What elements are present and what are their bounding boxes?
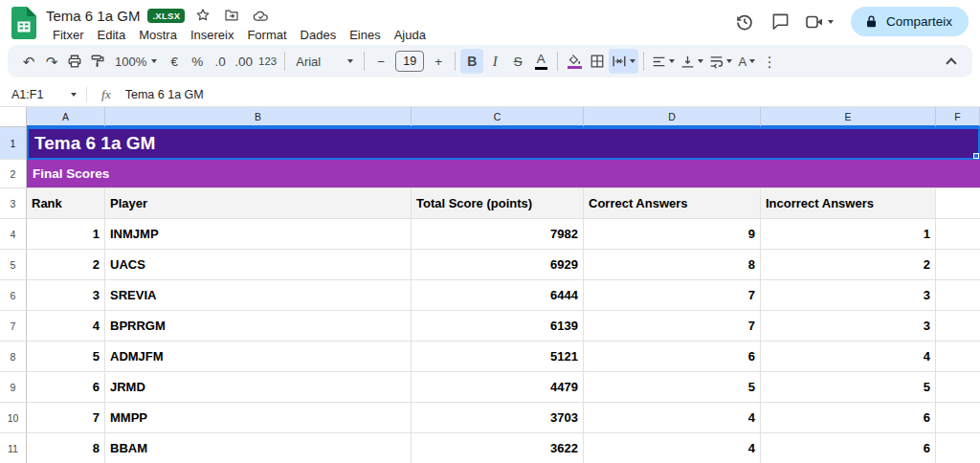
rank-cell[interactable]: 6 xyxy=(27,372,105,403)
fill-handle[interactable] xyxy=(973,153,979,159)
menu-dades[interactable]: Dades xyxy=(294,27,344,43)
total-cell[interactable]: 6444 xyxy=(412,280,584,311)
player-cell[interactable]: INMJMP xyxy=(105,219,412,250)
paint-format-button[interactable] xyxy=(86,49,109,74)
rank-cell[interactable]: 2 xyxy=(27,250,105,280)
empty-cell[interactable] xyxy=(936,433,980,463)
player-cell[interactable]: ADMJFM xyxy=(105,342,412,372)
incorrect-cell[interactable]: 2 xyxy=(761,250,936,280)
decrease-decimal-button[interactable]: .0 xyxy=(209,49,232,74)
text-wrap-select[interactable] xyxy=(706,49,735,74)
section-merged-cell[interactable]: Final Scores xyxy=(27,160,980,188)
strikethrough-button[interactable]: S xyxy=(506,49,529,74)
undo-button[interactable]: ↶ xyxy=(17,49,40,74)
merge-cells-button[interactable] xyxy=(609,49,638,74)
row-header-10[interactable]: 10 xyxy=(0,403,27,433)
incorrect-cell[interactable]: 5 xyxy=(761,372,936,403)
total-cell[interactable]: 3622 xyxy=(412,433,584,463)
zoom-select[interactable]: 100% xyxy=(109,49,163,74)
menu-fitxer[interactable]: Fitxer xyxy=(46,27,91,43)
number-format-button[interactable]: 123 xyxy=(256,49,279,74)
column-header-d[interactable]: D xyxy=(584,107,761,127)
row-header-7[interactable]: 7 xyxy=(0,311,27,342)
empty-cell[interactable] xyxy=(936,250,980,280)
row-header-4[interactable]: 4 xyxy=(0,219,27,250)
vertical-align-select[interactable] xyxy=(678,49,706,74)
empty-cell[interactable] xyxy=(936,188,980,219)
redo-button[interactable]: ↷ xyxy=(40,49,63,74)
row-header-6[interactable]: 6 xyxy=(0,280,27,311)
correct-cell[interactable]: 4 xyxy=(584,403,761,433)
empty-cell[interactable] xyxy=(936,311,980,342)
player-cell[interactable]: BBAM xyxy=(105,433,412,463)
document-title[interactable]: Tema 6 1a GM xyxy=(46,8,140,24)
correct-cell[interactable]: 8 xyxy=(584,250,761,280)
star-button[interactable] xyxy=(192,5,213,26)
correct-cell[interactable]: 6 xyxy=(584,342,761,372)
rank-cell[interactable]: 5 xyxy=(27,342,105,372)
header-cell-correct[interactable]: Correct Answers xyxy=(584,188,761,219)
row-header-2[interactable]: 2 xyxy=(0,160,27,188)
total-cell[interactable]: 4479 xyxy=(412,372,584,403)
column-header-b[interactable]: B xyxy=(105,107,412,127)
column-header-e[interactable]: E xyxy=(761,107,936,127)
bold-button[interactable]: B xyxy=(460,49,483,74)
menu-ajuda[interactable]: Ajuda xyxy=(388,27,433,43)
italic-button[interactable]: I xyxy=(483,49,506,74)
empty-cell[interactable] xyxy=(936,280,980,311)
menu-mostra[interactable]: Mostra xyxy=(132,27,184,43)
empty-cell[interactable] xyxy=(936,403,980,433)
rank-cell[interactable]: 7 xyxy=(27,403,105,433)
row-header-11[interactable]: 11 xyxy=(0,433,27,463)
empty-cell[interactable] xyxy=(936,342,980,372)
incorrect-cell[interactable]: 4 xyxy=(761,342,936,372)
decrease-font-size-button[interactable]: − xyxy=(369,49,392,74)
row-header-3[interactable]: 3 xyxy=(0,188,27,219)
rank-cell[interactable]: 3 xyxy=(27,280,105,311)
empty-cell[interactable] xyxy=(936,372,980,403)
formula-input[interactable]: Tema 6 1a GM xyxy=(125,88,204,101)
column-header-f[interactable]: F xyxy=(936,107,980,127)
row-header-9[interactable]: 9 xyxy=(0,372,27,403)
header-cell-rank[interactable]: Rank xyxy=(27,188,105,219)
increase-font-size-button[interactable]: + xyxy=(427,49,450,74)
comments-button[interactable] xyxy=(767,8,795,36)
correct-cell[interactable]: 7 xyxy=(584,280,761,311)
save-status-button[interactable] xyxy=(250,5,271,26)
empty-cell[interactable] xyxy=(936,219,980,250)
correct-cell[interactable]: 5 xyxy=(584,372,761,403)
menu-edita[interactable]: Edita xyxy=(91,27,133,43)
share-button[interactable]: Comparteix xyxy=(851,7,969,36)
total-cell[interactable]: 7982 xyxy=(412,219,584,250)
font-size-input[interactable]: 19 xyxy=(395,51,424,72)
collapse-toolbar-button[interactable] xyxy=(940,49,963,74)
player-cell[interactable]: JRMD xyxy=(105,372,412,403)
total-cell[interactable]: 3703 xyxy=(412,403,584,433)
fill-color-button[interactable] xyxy=(563,49,586,74)
move-folder-button[interactable] xyxy=(221,5,242,26)
percent-format-button[interactable]: % xyxy=(186,49,209,74)
column-header-c[interactable]: C xyxy=(412,107,584,127)
rank-cell[interactable]: 1 xyxy=(27,219,105,250)
incorrect-cell[interactable]: 3 xyxy=(761,280,936,311)
menu-insereix[interactable]: Insereix xyxy=(184,27,241,43)
row-header-1[interactable]: 1 xyxy=(0,127,27,160)
select-all-corner[interactable] xyxy=(0,107,27,127)
font-family-select[interactable]: Arial xyxy=(290,49,359,74)
menu-format[interactable]: Format xyxy=(240,27,293,43)
row-header-8[interactable]: 8 xyxy=(0,342,27,372)
row-header-5[interactable]: 5 xyxy=(0,250,27,280)
incorrect-cell[interactable]: 6 xyxy=(761,433,936,463)
sheets-logo-icon[interactable] xyxy=(11,7,36,39)
correct-cell[interactable]: 4 xyxy=(584,433,761,463)
print-button[interactable] xyxy=(63,49,86,74)
correct-cell[interactable]: 7 xyxy=(584,311,761,342)
rank-cell[interactable]: 4 xyxy=(27,311,105,342)
column-header-a[interactable]: A xyxy=(27,107,105,127)
meet-button[interactable] xyxy=(803,12,835,32)
incorrect-cell[interactable]: 3 xyxy=(761,311,936,342)
more-options-button[interactable]: ⋮ xyxy=(758,49,781,74)
total-cell[interactable]: 6929 xyxy=(412,250,584,280)
player-cell[interactable]: MMPP xyxy=(105,403,412,433)
header-cell-incorrect[interactable]: Incorrect Answers xyxy=(761,188,936,219)
